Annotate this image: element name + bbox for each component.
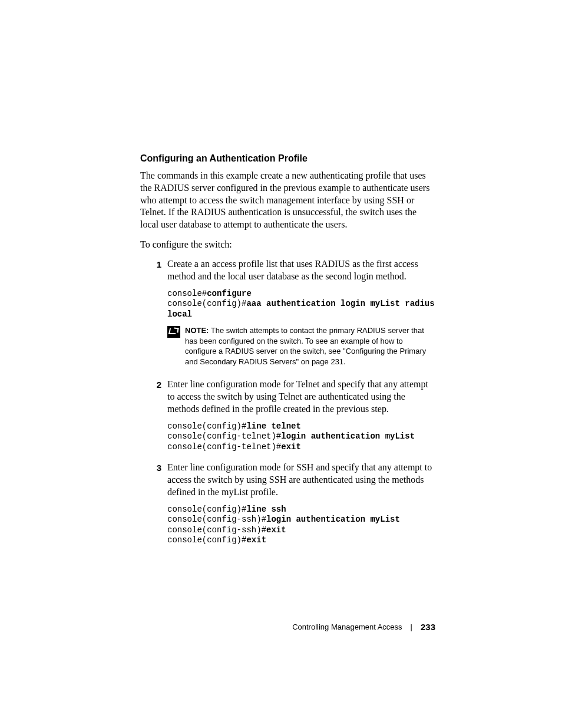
code-prefix: console(config-ssh)# — [167, 525, 266, 535]
code-cmd: exit — [246, 535, 266, 545]
step-text: Enter line configuration mode for SSH an… — [167, 462, 435, 498]
section-heading: Configuring an Authentication Profile — [140, 153, 435, 164]
step-text: Enter line configuration mode for Telnet… — [167, 378, 435, 415]
code-cmd: exit — [281, 442, 301, 452]
code-cmd: login authentication myList — [281, 431, 415, 441]
step-number: 3 — [140, 462, 167, 551]
step-number: 1 — [140, 258, 167, 375]
step-3: 3 Enter line configuration mode for SSH … — [140, 462, 435, 551]
step-body: Enter line configuration mode for Telnet… — [167, 378, 435, 458]
page-content: Configuring an Authentication Profile Th… — [0, 0, 562, 552]
note-label: NOTE: — [185, 326, 209, 335]
note-row: NOTE: The switch attempts to contact the… — [167, 325, 435, 367]
code-prefix: console(config-telnet)# — [167, 442, 281, 452]
code-cmd: configure — [207, 289, 252, 298]
code-cmd: exit — [266, 525, 286, 535]
code-prefix: console(config)# — [167, 505, 246, 514]
code-block: console#configure console(config)#aaa au… — [167, 289, 435, 320]
page-footer: Controlling Management Access | 233 — [0, 622, 562, 632]
intro-paragraph: The commands in this example create a ne… — [140, 170, 435, 231]
code-prefix: console(config)# — [167, 535, 246, 545]
footer-title: Controlling Management Access — [292, 622, 402, 631]
footer-separator: | — [411, 622, 412, 631]
code-block: console(config)#line ssh console(config-… — [167, 505, 435, 546]
step-body: Create a an access profile list that use… — [167, 258, 435, 375]
code-prefix: console(config)# — [167, 299, 246, 308]
code-block: console(config)#line telnet console(conf… — [167, 421, 435, 453]
code-cmd: login authentication myList — [266, 515, 400, 524]
step-2: 2 Enter line configuration mode for Teln… — [140, 378, 435, 458]
code-cmd: line telnet — [246, 421, 300, 431]
code-prefix: console(config-ssh)# — [167, 515, 266, 524]
code-prefix: console(config-telnet)# — [167, 431, 281, 441]
code-prefix: console(config)# — [167, 421, 246, 431]
step-1: 1 Create a an access profile list that u… — [140, 258, 435, 375]
step-number: 2 — [140, 378, 167, 458]
note-text: NOTE: The switch attempts to contact the… — [185, 325, 435, 367]
code-cmd: line ssh — [246, 505, 286, 514]
step-body: Enter line configuration mode for SSH an… — [167, 462, 435, 551]
note-body: The switch attempts to contact the prima… — [185, 326, 426, 366]
code-prefix: console# — [167, 289, 207, 298]
footer-page-number: 233 — [421, 622, 435, 632]
step-text: Create a an access profile list that use… — [167, 258, 435, 283]
lead-line: To configure the switch: — [140, 239, 435, 250]
note-icon — [167, 326, 180, 338]
